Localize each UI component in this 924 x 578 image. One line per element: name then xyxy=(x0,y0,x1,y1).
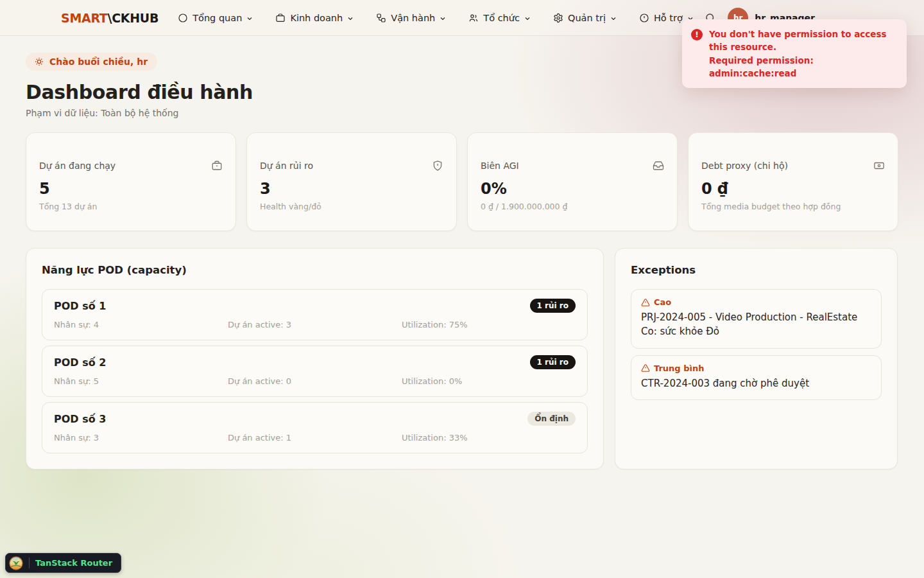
stat-sub: 0 ₫ / 1.900.000.000 ₫ xyxy=(481,202,664,211)
briefcase-icon xyxy=(275,13,286,23)
exception-item-1: Cao PRJ-2024-005 - Video Production - Re… xyxy=(631,289,882,349)
chevron-down-icon xyxy=(439,15,447,22)
stat-card-du-an-rui-ro: Dự án rủi ro 3 Health vàng/đỏ xyxy=(246,132,457,231)
nav-item-kinh-doanh[interactable]: Kinh doanh xyxy=(275,13,354,23)
alert-circle-icon: ! xyxy=(691,29,703,40)
chevron-down-icon xyxy=(246,15,253,22)
pod-utilization: Utilization: 33% xyxy=(402,433,576,442)
briefcase-icon xyxy=(211,160,223,171)
app-logo-secondary: \CKHUB xyxy=(108,11,159,25)
pod-utilization: Utilization: 0% xyxy=(402,376,576,386)
chevron-down-icon xyxy=(346,15,354,22)
app-logo-primary: SMART xyxy=(61,11,108,25)
exceptions-panel: Exceptions Cao PRJ-2024-005 - Video Prod… xyxy=(615,248,898,469)
nav-item-van-hanh[interactable]: Vận hành xyxy=(376,13,447,23)
pod-risk-badge: 1 rủi ro xyxy=(530,299,576,313)
pod-capacity-title: Năng lực POD (capacity) xyxy=(42,264,588,276)
pod-active-projects: Dự án active: 3 xyxy=(228,320,402,329)
pod-stable-badge: Ổn định xyxy=(527,412,576,426)
stat-label: Debt proxy (chi hộ) xyxy=(701,161,788,171)
chevron-down-icon xyxy=(610,15,617,22)
pod-risk-badge: 1 rủi ro xyxy=(530,355,576,369)
pod-active-projects: Dự án active: 1 xyxy=(228,433,402,442)
stat-sub: Health vàng/đỏ xyxy=(260,202,443,211)
pod-name: POD số 2 xyxy=(54,356,106,369)
pod-row-2: POD số 2 1 rủi ro Nhân sự: 5 Dự án activ… xyxy=(42,346,588,397)
pod-staff: Nhân sự: 3 xyxy=(54,433,228,442)
toast-line-2: Required permission: admin:cache:read xyxy=(709,54,896,80)
help-circle-icon xyxy=(639,13,649,23)
stat-card-bien-agi: Biên AGI 0% 0 ₫ / 1.900.000.000 ₫ xyxy=(467,132,678,231)
tanstack-logo-icon xyxy=(9,556,23,570)
warning-triangle-icon xyxy=(641,363,650,372)
exception-text: PRJ-2024-005 - Video Production - RealEs… xyxy=(641,311,871,339)
nav-item-quan-tri[interactable]: Quản trị xyxy=(553,13,617,23)
stat-label: Biên AGI xyxy=(481,161,519,171)
stat-value: 0% xyxy=(481,180,664,198)
exception-severity: Cao xyxy=(654,297,671,307)
exception-item-2: Trung bình CTR-2024-003 đang chờ phê duy… xyxy=(631,355,882,401)
stat-value: 0 ₫ xyxy=(701,180,885,198)
app-logo[interactable]: SMART\CKHUB xyxy=(61,11,158,25)
toast-message: You don't have permission to access this… xyxy=(709,28,896,80)
greeting-badge: Chào buổi chiều, hr xyxy=(26,53,157,71)
stat-label: Dự án rủi ro xyxy=(260,161,313,171)
nav-item-tong-quan[interactable]: Tổng quan xyxy=(178,13,253,23)
sun-icon xyxy=(34,57,44,67)
devtools-divider xyxy=(29,557,30,568)
devtools-label: TanStack Router xyxy=(35,558,112,568)
inbox-icon xyxy=(653,160,664,171)
stats-grid: Dự án đang chạy 5 Tổng 13 dự án Dự án rủ… xyxy=(26,132,898,231)
pod-name: POD số 3 xyxy=(54,413,106,425)
pod-row-3: POD số 3 Ổn định Nhân sự: 3 Dự án active… xyxy=(42,402,588,453)
exceptions-list: Cao PRJ-2024-005 - Video Production - Re… xyxy=(631,289,882,400)
stat-value: 5 xyxy=(39,180,223,198)
stat-sub: Tổng media budget theo hợp đồng xyxy=(701,202,885,211)
nav-item-label: Tổ chức xyxy=(483,13,520,23)
chevron-down-icon xyxy=(524,15,531,22)
nav-item-label: Quản trị xyxy=(568,13,606,23)
dashboard-main: Chào buổi chiều, hr Dashboard điều hành … xyxy=(0,36,924,469)
users-icon xyxy=(468,13,479,23)
circle-icon xyxy=(178,13,188,23)
toast-line-1: You don't have permission to access this… xyxy=(709,28,896,54)
pod-active-projects: Dự án active: 0 xyxy=(228,376,402,386)
greeting-label: Chào buổi chiều, hr xyxy=(49,57,148,67)
stat-value: 3 xyxy=(260,180,443,198)
gear-icon xyxy=(553,13,563,23)
page-subtitle: Phạm vi dữ liệu: Toàn bộ hệ thống xyxy=(26,108,898,118)
nav-item-to-chuc[interactable]: Tổ chức xyxy=(468,13,531,23)
main-nav: Tổng quan Kinh doanh Vận hành Tổ chức Qu… xyxy=(178,13,694,23)
banknote-icon xyxy=(873,160,885,171)
pod-row-1: POD số 1 1 rủi ro Nhân sự: 4 Dự án activ… xyxy=(42,289,588,340)
stat-label: Dự án đang chạy xyxy=(39,161,116,171)
pod-staff: Nhân sự: 4 xyxy=(54,320,228,329)
stat-sub: Tổng 13 dự án xyxy=(39,202,223,211)
permission-error-toast[interactable]: ! You don't have permission to access th… xyxy=(682,19,907,88)
shield-alert-icon xyxy=(432,160,443,171)
nav-item-label: Kinh doanh xyxy=(290,13,343,23)
stat-card-debt-proxy: Debt proxy (chi hộ) 0 ₫ Tổng media budge… xyxy=(688,132,898,231)
pod-staff: Nhân sự: 5 xyxy=(54,376,228,386)
warning-triangle-icon xyxy=(641,298,650,307)
nav-item-label: Tổng quan xyxy=(193,13,242,23)
stat-card-du-an-dang-chay: Dự án đang chạy 5 Tổng 13 dự án xyxy=(26,132,236,231)
exceptions-title: Exceptions xyxy=(631,264,882,276)
exception-severity: Trung bình xyxy=(654,363,704,373)
panels-row: Năng lực POD (capacity) POD số 1 1 rủi r… xyxy=(26,248,898,469)
nav-item-label: Vận hành xyxy=(391,13,435,23)
exception-text: CTR-2024-003 đang chờ phê duyệt xyxy=(641,377,871,391)
workflow-icon xyxy=(376,13,386,23)
pod-capacity-panel: Năng lực POD (capacity) POD số 1 1 rủi r… xyxy=(26,248,604,469)
pod-list: POD số 1 1 rủi ro Nhân sự: 4 Dự án activ… xyxy=(42,289,588,453)
pod-name: POD số 1 xyxy=(54,300,106,312)
nav-item-label: Hỗ trợ xyxy=(654,13,683,23)
pod-utilization: Utilization: 75% xyxy=(402,320,576,329)
tanstack-router-devtools-toggle[interactable]: TanStack Router xyxy=(5,553,121,573)
